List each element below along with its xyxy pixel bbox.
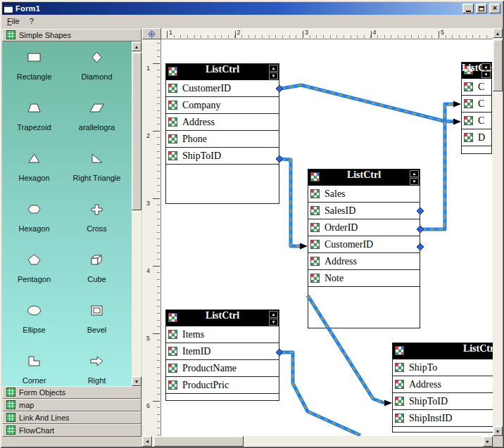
app-icon xyxy=(4,4,13,13)
table-field-row[interactable]: ProductName xyxy=(166,360,279,377)
close-button[interactable]: × xyxy=(489,4,500,13)
scroll-down-icon[interactable]: ▼ xyxy=(132,376,141,386)
shape-item-diamond[interactable]: Diamond xyxy=(65,41,128,92)
table-field-row[interactable]: ShipInstID xyxy=(393,410,493,427)
panel-form-objects[interactable]: Form Objects xyxy=(2,386,141,399)
canvas-hscrollbar[interactable]: ◄ ► xyxy=(142,436,493,447)
spin-down-icon[interactable]: ▼ xyxy=(481,71,491,78)
table-header[interactable]: ListCtrl▲▼ xyxy=(308,169,420,186)
menu-help[interactable]: ? xyxy=(25,15,39,27)
vscrollbar-thumb[interactable] xyxy=(493,39,503,91)
shape-item-rectangle[interactable]: Rectangle xyxy=(3,41,65,92)
shape-item-corner[interactable]: Corner xyxy=(3,345,65,386)
connection-line[interactable] xyxy=(281,159,300,246)
table-field-row[interactable]: SalesID xyxy=(308,203,420,219)
spin-up-icon[interactable]: ▲ xyxy=(269,311,278,318)
shape-item-trapezoid[interactable]: Trapezoid xyxy=(3,92,65,143)
table-header[interactable]: ListCtrl▲▼ xyxy=(462,63,491,79)
panel-map[interactable]: map xyxy=(2,399,141,411)
table-field-row[interactable]: Phone xyxy=(166,131,279,148)
scroll-up-icon[interactable]: ▲ xyxy=(493,28,503,38)
shape-item-right-arrow[interactable]: Right xyxy=(65,345,128,386)
diagram-canvas[interactable]: ListCtrl▲▼CustomerIDCompanyAddressPhoneS… xyxy=(161,39,493,436)
panel-flowchart[interactable]: FlowChart xyxy=(2,424,141,437)
shape-item-right-triangle[interactable]: Right Triangle xyxy=(65,143,128,193)
table-field-row[interactable]: OrderID xyxy=(308,219,420,236)
table-field-row[interactable]: C xyxy=(462,79,491,96)
table-field-row[interactable]: ShipToID xyxy=(166,148,279,165)
table-field-row[interactable]: Items xyxy=(166,326,279,343)
ruler-tick xyxy=(235,31,236,38)
shape-item-cube[interactable]: Cube xyxy=(65,244,128,295)
shape-item-triangle[interactable]: Hexagon xyxy=(3,143,65,193)
shape-item-pentagon[interactable]: Pentagon xyxy=(3,244,65,295)
field-icon xyxy=(168,330,177,339)
field-icon xyxy=(310,206,320,215)
field-name: Note xyxy=(325,273,344,284)
field-icon xyxy=(310,240,320,249)
field-icon xyxy=(168,364,177,373)
table-4[interactable]: ListCtrl▲▼ItemsItemIDProductNameProductP… xyxy=(165,309,279,401)
table-3[interactable]: ListCtrl▲▼CCCD xyxy=(461,62,492,154)
table-header[interactable]: ListCtrl▲▼ xyxy=(166,64,279,80)
scroll-right-icon[interactable]: ► xyxy=(483,436,493,447)
panel-label: Form Objects xyxy=(19,388,65,397)
scroll-down-icon[interactable]: ▼ xyxy=(493,426,503,436)
menu-file[interactable]: File xyxy=(2,15,25,27)
connection-line[interactable] xyxy=(281,85,453,122)
minimize-button[interactable] xyxy=(462,4,474,13)
table-field-row[interactable]: C xyxy=(462,113,491,129)
table-field-row[interactable]: CustomerID xyxy=(308,236,420,253)
ruler-label: 2 xyxy=(146,132,150,139)
table-field-row[interactable]: D xyxy=(462,129,491,146)
shape-item-bevel[interactable]: Bevel xyxy=(65,295,128,345)
palette-scrollbar-thumb[interactable] xyxy=(132,52,141,210)
hscrollbar-thumb[interactable] xyxy=(153,436,244,447)
shape-item-hexagon[interactable]: Hexagon xyxy=(3,193,65,244)
spin-down-icon[interactable]: ▼ xyxy=(269,319,278,326)
table-1[interactable]: ListCtrl▲▼CustomerIDCompanyAddressPhoneS… xyxy=(165,63,279,204)
connection-line[interactable] xyxy=(422,104,453,229)
table-header[interactable]: ListCtrl▲▼ xyxy=(166,310,279,326)
field-name: OrderID xyxy=(325,222,358,233)
shape-label: Hexagon xyxy=(18,174,49,182)
canvas-vscrollbar[interactable]: ▲ ▼ xyxy=(493,28,503,436)
maximize-button[interactable] xyxy=(476,4,487,13)
table-field-row[interactable]: Address xyxy=(393,376,493,393)
table-field-row[interactable]: Sales xyxy=(308,186,420,203)
table-field-row[interactable]: Address xyxy=(166,114,279,131)
table-field-row[interactable]: Company xyxy=(166,97,279,114)
panel-link-and-lines[interactable]: Link And Lines xyxy=(2,411,141,424)
spin-up-icon[interactable]: ▲ xyxy=(269,65,278,72)
v-ruler-ticks xyxy=(157,43,160,436)
table-5[interactable]: ListCtrl▲▼ShipToAddressShipToIDShipInstI… xyxy=(392,343,493,433)
table-field-row[interactable]: ShipToID xyxy=(393,393,493,410)
table-2[interactable]: ListCtrl▲▼SalesSalesIDOrderIDCustomerIDA… xyxy=(308,169,420,328)
table-field-row[interactable]: Address xyxy=(308,253,420,270)
table-field-row[interactable]: C xyxy=(462,96,491,113)
panel-simple-shapes[interactable]: Simple Shapes xyxy=(2,29,141,41)
palette-scrollbar[interactable]: ▲ ▼ xyxy=(132,41,141,386)
connection-line[interactable] xyxy=(281,352,360,435)
shape-item-ellipse[interactable]: Ellipse xyxy=(3,295,65,345)
table-field-row[interactable]: ProductPric xyxy=(166,377,279,394)
shape-label: Trapezoid xyxy=(17,123,51,132)
table-field-row[interactable]: Note xyxy=(308,270,420,287)
scroll-up-icon[interactable]: ▲ xyxy=(132,41,141,51)
spin-down-icon[interactable]: ▼ xyxy=(269,72,278,79)
table-field-row[interactable]: CustomerID xyxy=(166,80,279,97)
scroll-left-icon[interactable]: ◄ xyxy=(142,436,152,447)
titlebar[interactable]: Form1 × xyxy=(2,2,502,15)
table-field-row[interactable]: ShipTo xyxy=(393,359,493,376)
spin-up-icon[interactable]: ▲ xyxy=(481,63,491,70)
ruler-origin-button[interactable] xyxy=(142,28,161,39)
table-spin-buttons: ▲▼ xyxy=(481,63,491,79)
field-name: C xyxy=(478,82,484,93)
table-field-row[interactable]: ItemID xyxy=(166,343,279,360)
spin-up-icon[interactable]: ▲ xyxy=(410,170,419,177)
table-header[interactable]: ListCtrl▲▼ xyxy=(393,343,493,359)
shape-item-parallelogram[interactable]: arallelogra xyxy=(65,92,128,143)
spin-down-icon[interactable]: ▼ xyxy=(410,178,419,185)
shape-item-cross[interactable]: Cross xyxy=(65,193,128,244)
shape-label: Ellipse xyxy=(23,326,45,334)
